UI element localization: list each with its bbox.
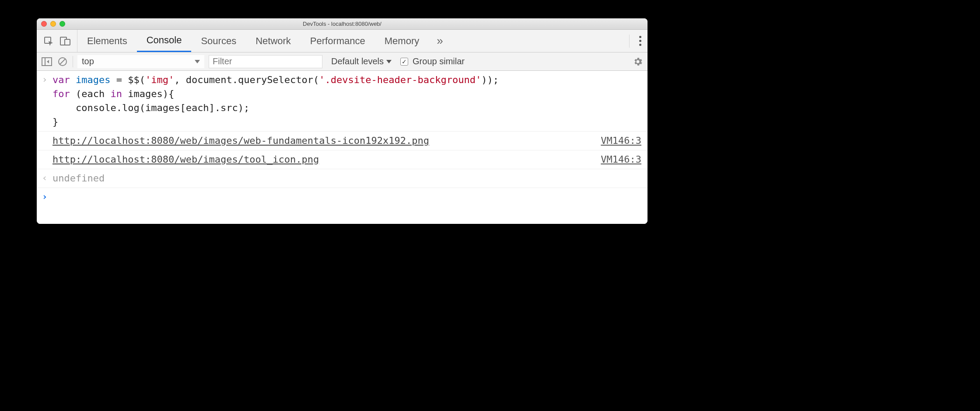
console-log-link[interactable]: http://localhost:8080/web/images/tool_ic… (52, 154, 319, 165)
tab-elements[interactable]: Elements (77, 30, 137, 52)
console-log-link[interactable]: http://localhost:8080/web/images/web-fun… (52, 135, 429, 146)
console-prompt-row[interactable]: › (37, 188, 648, 204)
svg-line-7 (60, 59, 65, 64)
tab-sources[interactable]: Sources (191, 30, 246, 52)
divider (73, 56, 73, 67)
tab-performance[interactable]: Performance (301, 30, 375, 52)
console-return-row: ‹ undefined (37, 169, 648, 188)
group-similar-label: Group similar (413, 56, 465, 66)
group-similar-checkbox[interactable] (400, 58, 408, 66)
svg-marker-5 (47, 60, 49, 63)
console-log-message: http://localhost:8080/web/images/tool_ic… (52, 150, 601, 169)
window-controls (37, 21, 65, 27)
devtools-window: DevTools - localhost:8080/web/ ElementsC… (37, 18, 648, 224)
console-toolbar: top Default levels Group similar (37, 52, 648, 71)
close-window-button[interactable] (41, 21, 47, 27)
tab-console[interactable]: Console (137, 30, 192, 52)
divider (629, 35, 630, 48)
dropdown-triangle-icon (386, 60, 392, 63)
svg-rect-2 (65, 39, 70, 45)
toggle-device-toolbar-icon[interactable] (60, 35, 71, 47)
console-log-row: http://localhost:8080/web/images/web-fun… (37, 132, 648, 150)
console-log-source-link[interactable]: VM146:3 (601, 132, 648, 150)
console-input-echo: › var images = $$('img', document.queryS… (37, 71, 648, 132)
prompt-marker-icon: › (37, 188, 52, 204)
console-log-message: http://localhost:8080/web/images/web-fun… (52, 132, 601, 150)
devtools-tabbar: ElementsConsoleSourcesNetworkPerformance… (37, 30, 648, 52)
console-input-code[interactable]: var images = $$('img', document.querySel… (52, 71, 648, 131)
input-marker-icon: › (37, 71, 52, 87)
inspect-element-icon[interactable] (43, 35, 54, 47)
zoom-window-button[interactable] (60, 21, 65, 27)
minimize-window-button[interactable] (50, 21, 56, 27)
clear-console-icon[interactable] (57, 56, 68, 67)
log-levels-label: Default levels (331, 56, 384, 66)
console-output: › var images = $$('img', document.queryS… (37, 71, 648, 224)
window-title: DevTools - localhost:8080/web/ (37, 21, 648, 27)
devtools-menu-button[interactable] (633, 36, 648, 46)
console-settings-icon[interactable] (633, 56, 643, 67)
tab-network[interactable]: Network (246, 30, 301, 52)
execution-context-label: top (82, 56, 94, 66)
console-log-row: http://localhost:8080/web/images/tool_ic… (37, 150, 648, 169)
log-levels-select[interactable]: Default levels (331, 56, 392, 66)
console-prompt-input[interactable] (52, 188, 648, 192)
tab-memory[interactable]: Memory (375, 30, 429, 52)
toggle-console-sidebar-icon[interactable] (41, 56, 52, 67)
return-marker-icon: ‹ (37, 169, 52, 185)
console-filter-input[interactable] (209, 55, 322, 68)
tabs-overflow-button[interactable]: » (432, 34, 447, 48)
execution-context-select[interactable]: top (77, 55, 204, 68)
dropdown-triangle-icon (195, 60, 200, 63)
console-log-source-link[interactable]: VM146:3 (601, 150, 648, 169)
console-return-value: undefined (52, 169, 648, 188)
titlebar: DevTools - localhost:8080/web/ (37, 18, 648, 30)
